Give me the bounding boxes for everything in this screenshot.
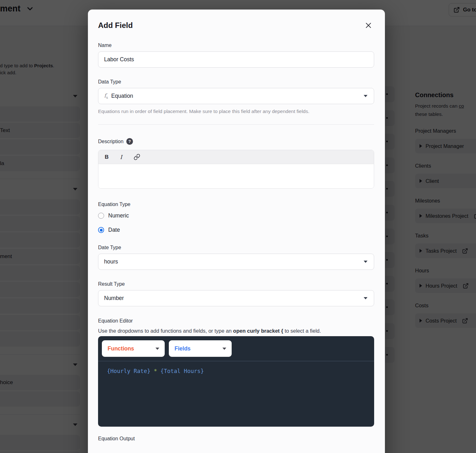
result-type-label: Result Type [98, 281, 374, 287]
code-token: {Hourly Rate} [107, 368, 154, 374]
data-type-value: Equation [111, 93, 364, 99]
caret-down-icon [364, 261, 367, 263]
fields-dropdown[interactable]: Fields [169, 340, 232, 357]
equation-editor: Functions Fields {Hourly Rate} * {Total … [98, 336, 374, 427]
date-type-value: hours [104, 258, 364, 265]
caret-down-icon [222, 348, 226, 350]
result-type-select[interactable]: Number [98, 290, 374, 306]
equation-code-input[interactable]: {Hourly Rate} * {Total Hours} [98, 361, 374, 374]
name-label: Name [98, 43, 374, 48]
radio-label: Numeric [108, 212, 129, 219]
richtext-toolbar: B I [98, 150, 374, 164]
modal-title: Add Field [98, 21, 133, 30]
section-divider [98, 124, 374, 125]
caret-down-icon [364, 297, 367, 299]
help-icon[interactable]: ? [126, 138, 133, 145]
radio-option-date[interactable]: Date [98, 227, 374, 233]
data-type-helper: Equations run in order of field placemen… [98, 109, 374, 114]
equation-output-label: Equation Output [98, 436, 374, 442]
italic-icon[interactable]: I [120, 154, 122, 160]
result-type-value: Number [104, 295, 364, 302]
fx-icon: fx [104, 92, 108, 100]
description-label: Description [98, 139, 123, 144]
bold-icon[interactable]: B [105, 154, 109, 160]
code-token: {Total Hours} [157, 368, 204, 374]
data-type-select[interactable]: fx Equation [98, 88, 374, 104]
radio-option-numeric[interactable]: Numeric [98, 212, 374, 219]
name-input[interactable] [98, 51, 374, 68]
equation-editor-label: Equation Editor [98, 318, 374, 324]
equation-type-radio-group: NumericDate [98, 212, 374, 233]
description-editor: B I [98, 150, 374, 189]
date-type-select[interactable]: hours [98, 254, 374, 270]
caret-down-icon [155, 348, 159, 350]
radio-label: Date [108, 227, 120, 233]
app-screen: ment Go to d type to add to Projects. ic… [0, 0, 476, 453]
data-type-label: Data Type [98, 79, 374, 85]
date-type-label: Date Type [98, 245, 374, 250]
radio-button[interactable] [98, 213, 104, 219]
radio-button[interactable] [98, 227, 104, 233]
functions-dropdown[interactable]: Functions [102, 340, 165, 357]
caret-down-icon [364, 95, 367, 97]
link-icon[interactable] [134, 154, 140, 160]
code-token: * [154, 368, 157, 374]
equation-editor-instruction: Use the dropdowns to add functions and f… [98, 328, 374, 334]
description-input[interactable] [98, 164, 374, 188]
add-field-modal: Add Field Name Data Type fx Equation Equ… [88, 10, 385, 453]
close-icon[interactable] [365, 22, 372, 29]
equation-type-label: Equation Type [98, 202, 374, 207]
